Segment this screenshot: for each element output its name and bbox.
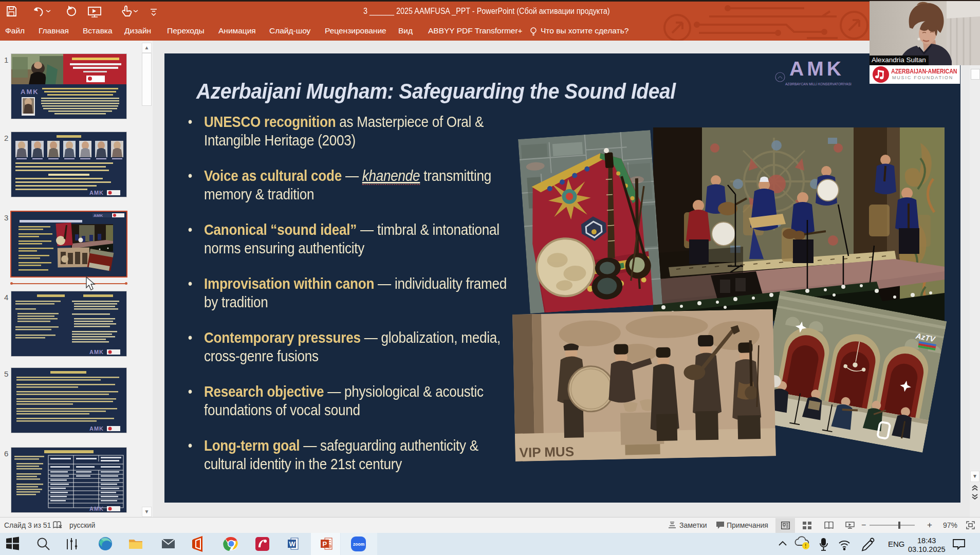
svg-text:AMK: AMK <box>94 213 103 218</box>
svg-text:zoom: zoom <box>353 542 365 547</box>
svg-text:18:43: 18:43 <box>917 536 936 545</box>
svg-text:P: P <box>323 540 327 548</box>
svg-text:!: ! <box>805 543 806 549</box>
svg-text:VIP MUS: VIP MUS <box>519 444 574 460</box>
svg-text:AMK: AMK <box>89 506 104 512</box>
svg-text:AMK: AMK <box>89 190 104 196</box>
svg-text:AMK: AMK <box>89 425 104 432</box>
svg-text:03.10.2025: 03.10.2025 <box>908 545 946 553</box>
svg-text:W: W <box>289 540 296 548</box>
svg-text:ENG: ENG <box>888 540 905 548</box>
svg-text:AMK: AMK <box>21 88 39 96</box>
svg-text:AMK: AMK <box>89 349 104 355</box>
